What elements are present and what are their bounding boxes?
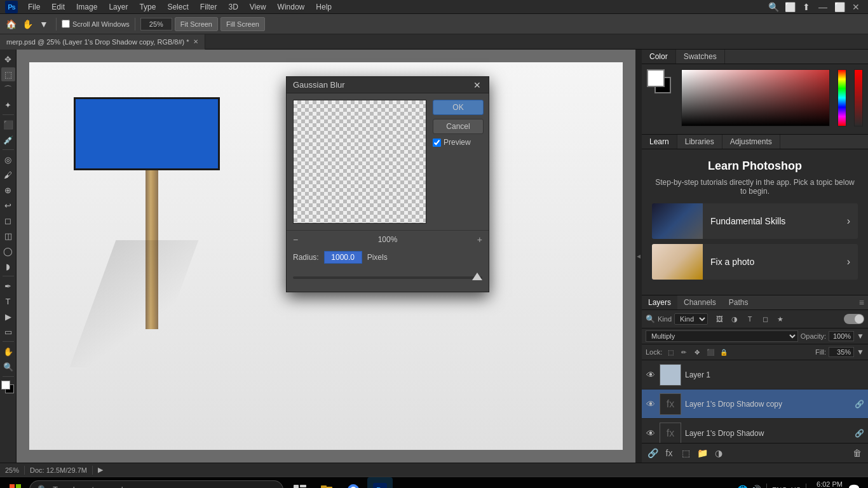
marquee-tool[interactable]: ⬚ xyxy=(1,67,15,81)
shape-tool[interactable]: ▭ xyxy=(1,325,15,339)
home-icon[interactable]: 🏠 xyxy=(4,17,18,31)
layer-visibility-toggle[interactable]: 👁 xyxy=(646,370,656,380)
blur-tool[interactable]: ◯ xyxy=(1,244,15,258)
scroll-all-windows-checkbox[interactable] xyxy=(62,20,70,28)
file-explorer-icon[interactable] xyxy=(314,477,339,489)
filter-kind-select[interactable]: Kind xyxy=(674,313,708,325)
cancel-button[interactable]: Cancel xyxy=(433,119,484,134)
menu-3d[interactable]: 3D xyxy=(223,1,243,13)
notifications-icon[interactable]: 💬 xyxy=(848,484,860,488)
fill-input[interactable] xyxy=(829,347,854,357)
network-icon[interactable]: 🌐 xyxy=(737,485,748,489)
hue-slider[interactable] xyxy=(837,69,846,126)
tab-color[interactable]: Color xyxy=(642,50,676,64)
tab-libraries[interactable]: Libraries xyxy=(677,135,722,149)
history-brush-tool[interactable]: ↩ xyxy=(1,198,15,212)
menu-view[interactable]: View xyxy=(245,1,271,13)
slider-thumb[interactable] xyxy=(472,273,482,280)
chrome-icon[interactable] xyxy=(341,477,366,489)
menu-layer[interactable]: Layer xyxy=(104,1,133,13)
fill-screen-button[interactable]: Fill Screen xyxy=(220,17,265,31)
filter-icon[interactable]: 🔍 xyxy=(646,315,655,323)
brush-tool[interactable]: 🖌 xyxy=(1,168,15,182)
blur-slider[interactable] xyxy=(293,276,482,279)
menu-select[interactable]: Select xyxy=(162,1,193,13)
lock-all-icon[interactable]: 🔒 xyxy=(718,346,729,358)
zoom-out-icon[interactable]: − xyxy=(293,234,298,245)
delete-layer-button[interactable]: 🗑 xyxy=(850,446,864,460)
color-spectrum[interactable] xyxy=(681,69,830,126)
layer-visibility-toggle[interactable]: 👁 xyxy=(646,399,656,409)
clone-stamp-tool[interactable]: ⊕ xyxy=(1,183,15,197)
menu-window[interactable]: Window xyxy=(273,1,310,13)
magic-wand-tool[interactable]: ✦ xyxy=(1,98,15,112)
tab-layers[interactable]: Layers xyxy=(642,295,677,309)
lock-transparent-icon[interactable]: ⬚ xyxy=(665,346,676,358)
tool-arrow-icon[interactable]: ▼ xyxy=(37,17,51,31)
link-layers-button[interactable]: 🔗 xyxy=(646,446,660,460)
opacity-arrow[interactable]: ▼ xyxy=(857,332,864,341)
zoom-in-icon[interactable]: + xyxy=(477,234,482,245)
search-icon[interactable]: 🔍 xyxy=(766,0,780,14)
filter-smart-icon[interactable]: ★ xyxy=(774,313,787,325)
menu-filter[interactable]: Filter xyxy=(195,1,222,13)
blend-mode-select[interactable]: Multiply xyxy=(646,330,798,342)
filter-shape-icon[interactable]: ◻ xyxy=(759,313,771,325)
crop-tool[interactable]: ⬛ xyxy=(1,118,15,132)
status-arrow[interactable]: ▶ xyxy=(98,466,103,474)
filter-pixel-icon[interactable]: 🖼 xyxy=(713,313,726,325)
preview-checkbox[interactable] xyxy=(433,139,441,147)
taskview-icon[interactable] xyxy=(287,477,313,489)
lock-position-icon[interactable]: ✥ xyxy=(691,346,703,358)
hand-tool-icon[interactable]: ✋ xyxy=(20,17,34,31)
layer-row[interactable]: 👁 fx Layer 1's Drop Shadow 🔗 xyxy=(642,419,868,443)
menu-type[interactable]: Type xyxy=(134,1,161,13)
menu-file[interactable]: File xyxy=(23,1,45,13)
fill-arrow[interactable]: ▼ xyxy=(857,348,864,356)
minimize-icon[interactable]: — xyxy=(816,0,830,14)
menu-help[interactable]: Help xyxy=(311,1,337,13)
layer-row[interactable]: 👁 fx Layer 1's Drop Shadow copy 🔗 xyxy=(642,390,868,419)
tab-adjustments[interactable]: Adjustments xyxy=(722,135,780,149)
menu-edit[interactable]: Edit xyxy=(46,1,70,13)
alpha-slider[interactable] xyxy=(854,69,863,126)
filter-adjust-icon[interactable]: ◑ xyxy=(728,313,741,325)
tab-channels[interactable]: Channels xyxy=(677,295,722,309)
add-mask-button[interactable]: ⬚ xyxy=(679,446,693,460)
radius-input[interactable] xyxy=(324,251,362,264)
panel-collapse-handle[interactable]: ◂ xyxy=(635,50,642,463)
start-button[interactable] xyxy=(3,477,28,489)
color-swatch[interactable] xyxy=(1,381,15,398)
clock[interactable]: 6:02 PM 8/30/2019 xyxy=(811,480,843,488)
close-tab-icon[interactable]: ✕ xyxy=(193,38,198,45)
dodge-tool[interactable]: ◗ xyxy=(1,259,15,273)
type-tool[interactable]: T xyxy=(1,294,15,308)
learn-card-fundamental[interactable]: Fundamental Skills › xyxy=(652,203,858,239)
close-icon[interactable]: ✕ xyxy=(849,0,863,14)
eraser-tool[interactable]: ◻ xyxy=(1,214,15,227)
foreground-color-swatch[interactable] xyxy=(1,381,10,390)
add-style-button[interactable]: fx xyxy=(662,446,676,460)
learn-card-fix-photo[interactable]: Fix a photo › xyxy=(652,244,858,280)
filter-type-icon[interactable]: T xyxy=(743,313,756,325)
gaussian-blur-dialog[interactable]: Gaussian Blur ✕ OK Cancel Preview − 100%… xyxy=(286,76,489,292)
layer-visibility-toggle[interactable]: 👁 xyxy=(646,428,656,438)
lock-artboard-icon[interactable]: ⬛ xyxy=(705,346,716,358)
tab-learn[interactable]: Learn xyxy=(642,135,677,149)
lock-pixel-icon[interactable]: ✏ xyxy=(678,346,689,358)
dialog-title-bar[interactable]: Gaussian Blur ✕ xyxy=(287,77,489,93)
healing-brush-tool[interactable]: ◎ xyxy=(1,152,15,166)
volume-icon[interactable]: 🔊 xyxy=(750,485,761,489)
zoom-tool[interactable]: 🔍 xyxy=(1,360,15,374)
layer-row[interactable]: 👁 Layer 1 xyxy=(642,360,868,390)
eyedropper-tool[interactable]: 💉 xyxy=(1,133,15,147)
share-icon[interactable]: ⬆ xyxy=(799,0,813,14)
lasso-tool[interactable]: ⌒ xyxy=(1,83,15,97)
arrange-icon[interactable]: ⬜ xyxy=(783,0,797,14)
menu-image[interactable]: Image xyxy=(71,1,102,13)
tab-paths[interactable]: Paths xyxy=(722,295,755,309)
document-tab[interactable]: merp.psd @ 25% (Layer 1's Drop Shadow co… xyxy=(0,34,205,50)
opacity-input[interactable] xyxy=(829,331,854,341)
path-selection-tool[interactable]: ▶ xyxy=(1,309,15,323)
dialog-close-button[interactable]: ✕ xyxy=(472,80,482,90)
